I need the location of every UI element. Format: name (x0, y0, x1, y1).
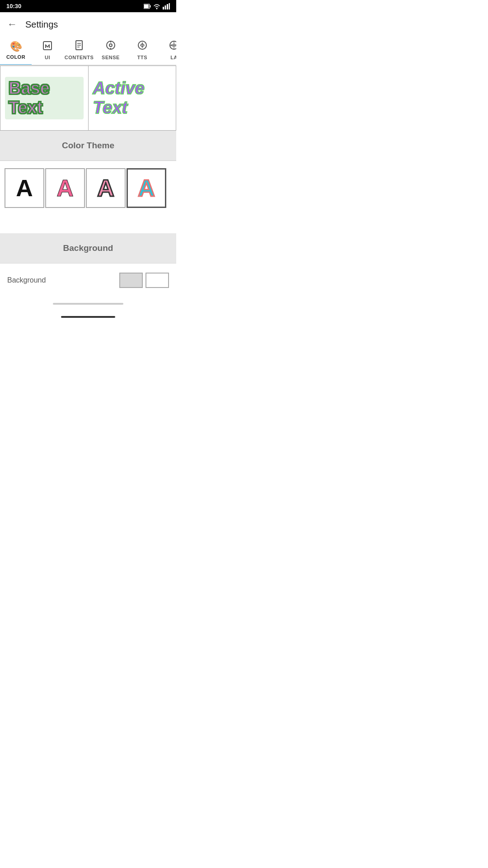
top-bar: ← Settings (0, 12, 176, 37)
base-text: Base Text (5, 77, 84, 119)
tab-color[interactable]: 🎨 COLOR (0, 37, 32, 66)
tab-sense-label: SENSE (102, 55, 120, 60)
signal-icon (163, 3, 170, 9)
tab-la[interactable]: LA (158, 37, 176, 65)
background-swatches (119, 273, 169, 288)
base-text-preview: Base Text (0, 66, 89, 130)
tab-ui[interactable]: UI (32, 37, 63, 65)
active-text: Active Text (93, 79, 172, 118)
theme-option-cyan-red[interactable]: A (127, 168, 166, 208)
svg-rect-1 (150, 5, 151, 7)
tab-contents[interactable]: CONTENTS (63, 37, 95, 65)
background-label-row: Background (0, 263, 176, 297)
back-button[interactable]: ← (7, 19, 17, 30)
status-time: 10:30 (6, 3, 21, 9)
svg-point-14 (109, 44, 112, 47)
theme-a-pink: A (56, 175, 74, 202)
status-icons (144, 3, 170, 9)
scroll-area (0, 297, 176, 311)
wifi-icon (153, 3, 161, 9)
active-text-preview: Active Text (89, 66, 176, 130)
theme-a-pink-outline: A (97, 175, 114, 202)
swatch-white[interactable] (145, 273, 169, 288)
color-theme-title: Color Theme (62, 141, 114, 150)
text-preview: Base Text Active Text (0, 66, 176, 131)
svg-rect-7 (169, 3, 170, 9)
background-title: Background (63, 243, 113, 253)
background-section: Background Background (0, 233, 176, 297)
contents-icon (74, 40, 84, 53)
bottom-bar (0, 311, 176, 323)
tab-tts[interactable]: TTS (127, 37, 158, 65)
background-section-header: Background (0, 233, 176, 263)
svg-point-3 (156, 8, 158, 9)
scroll-indicator (53, 303, 123, 305)
page-title: Settings (25, 19, 58, 30)
theme-a-cyan: A (138, 175, 155, 202)
tab-ui-label: UI (45, 55, 50, 60)
tab-tts-label: TTS (137, 55, 147, 60)
la-icon (169, 40, 176, 53)
theme-options: A A A A (0, 161, 176, 215)
svg-rect-8 (43, 42, 52, 50)
svg-rect-5 (165, 5, 166, 9)
tab-la-label: LA (170, 55, 176, 60)
svg-rect-6 (167, 4, 168, 9)
tab-sense[interactable]: SENSE (95, 37, 127, 65)
tab-contents-label: CONTENTS (65, 55, 94, 60)
theme-option-pink[interactable]: A (45, 168, 85, 208)
palette-icon: 🎨 (10, 41, 22, 52)
status-bar: 10:30 (0, 0, 176, 12)
theme-a-black: A (16, 175, 33, 202)
ui-icon (42, 41, 52, 53)
tab-color-label: COLOR (6, 54, 25, 60)
sense-icon (106, 40, 116, 53)
background-label: Background (7, 276, 46, 284)
theme-option-pink-outline[interactable]: A (86, 168, 126, 208)
theme-option-black[interactable]: A (5, 168, 44, 208)
svg-rect-4 (163, 7, 164, 9)
home-indicator (61, 316, 115, 318)
swatch-gray[interactable] (119, 273, 143, 288)
svg-rect-2 (144, 5, 149, 8)
tab-bar: 🎨 COLOR UI CONTENTS (0, 37, 176, 66)
tts-icon (137, 40, 147, 53)
color-theme-section-header: Color Theme (0, 131, 176, 160)
battery-icon (144, 4, 151, 9)
